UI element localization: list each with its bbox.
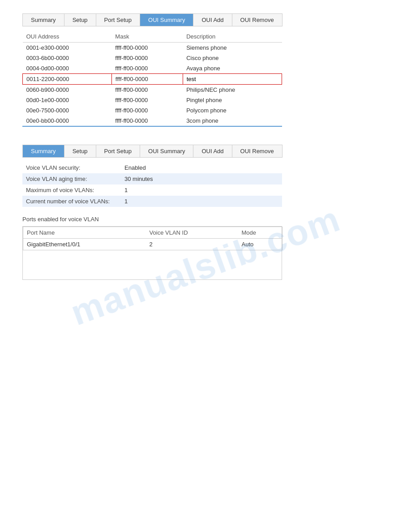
section-oui-summary: Summary Setup Port Setup OUI Summary OUI…: [9, 13, 402, 127]
oui-mask-cell: ffff-ff00-0000: [111, 74, 183, 85]
oui-description-cell[interactable]: [183, 74, 282, 85]
summary-value: 1: [121, 184, 282, 196]
summary-value: Enabled: [121, 162, 282, 173]
oui-mask-cell: ffff-ff00-0000: [111, 43, 183, 53]
summary-label: Voice VLAN security:: [22, 162, 121, 173]
oui-mask-cell: ffff-ff00-0000: [111, 95, 183, 105]
tab1-oui-add[interactable]: OUI Add: [193, 14, 232, 26]
oui-description-cell: Polycom phone: [183, 105, 282, 116]
tab1-oui-summary[interactable]: OUI Summary: [140, 14, 193, 26]
section-summary: Summary Setup Port Setup OUI Summary OUI…: [9, 145, 402, 280]
tab2-summary[interactable]: Summary: [23, 145, 64, 157]
col-vlan-id: Voice VLAN ID: [146, 227, 238, 239]
col-port-name: Port Name: [23, 227, 146, 239]
tab2-oui-add[interactable]: OUI Add: [193, 145, 232, 157]
oui-address-cell: 0011-2200-0000: [23, 74, 112, 85]
oui-description-cell: Cisco phone: [183, 53, 282, 63]
table-bottom-border: [22, 126, 282, 127]
col-mask: Mask: [111, 31, 183, 43]
oui-description-cell: Avaya phone: [183, 63, 282, 74]
col-description: Description: [183, 31, 282, 43]
oui-description-cell: Pingtel phone: [183, 95, 282, 105]
tab1-oui-remove[interactable]: OUI Remove: [232, 14, 282, 26]
ports-table: Port Name Voice VLAN ID Mode GigabitEthe…: [23, 227, 283, 250]
summary-value: 1: [121, 196, 282, 207]
port-name-cell: GigabitEthernet1/0/1: [23, 239, 146, 250]
summary-table: Voice VLAN security:EnabledVoice VLAN ag…: [22, 162, 282, 207]
summary-value: 30 minutes: [121, 173, 282, 184]
tab2-oui-summary[interactable]: OUI Summary: [140, 145, 193, 157]
tab-bar-2: Summary Setup Port Setup OUI Summary OUI…: [22, 145, 283, 158]
ports-title: Ports enabled for voice VLAN: [22, 216, 402, 223]
oui-mask-cell: ffff-ff00-0000: [111, 53, 183, 63]
oui-description-cell: Siemens phone: [183, 43, 282, 53]
tab1-port-setup[interactable]: Port Setup: [96, 14, 140, 26]
col-mode: Mode: [238, 227, 282, 239]
description-input[interactable]: [187, 76, 223, 82]
oui-address-cell: 00d0-1e00-0000: [23, 95, 112, 105]
vlan-id-cell: 2: [146, 239, 238, 250]
oui-description-cell: 3com phone: [183, 116, 282, 126]
summary-label: Current number of voice VLANs:: [22, 196, 121, 207]
oui-mask-cell: ffff-ff00-0000: [111, 63, 183, 74]
tab2-port-setup[interactable]: Port Setup: [96, 145, 140, 157]
oui-table: OUI Address Mask Description 0001-e300-0…: [22, 31, 282, 126]
tab2-setup[interactable]: Setup: [64, 145, 96, 157]
tab1-setup[interactable]: Setup: [64, 14, 96, 26]
tab2-oui-remove[interactable]: OUI Remove: [232, 145, 282, 157]
oui-address-cell: 0060-b900-0000: [23, 85, 112, 95]
oui-description-cell: Philips/NEC phone: [183, 85, 282, 95]
oui-address-cell: 0001-e300-0000: [23, 43, 112, 53]
oui-mask-cell: ffff-ff00-0000: [111, 85, 183, 95]
oui-mask-cell: ffff-ff00-0000: [111, 116, 183, 126]
oui-mask-cell: ffff-ff00-0000: [111, 105, 183, 116]
tab1-summary[interactable]: Summary: [23, 14, 64, 26]
mode-cell: Auto: [238, 239, 282, 250]
oui-address-cell: 00e0-7500-0000: [23, 105, 112, 116]
col-oui-address: OUI Address: [23, 31, 112, 43]
oui-address-cell: 0003-6b00-0000: [23, 53, 112, 63]
tab-bar-1: Summary Setup Port Setup OUI Summary OUI…: [22, 13, 283, 26]
summary-label: Voice VLAN aging time:: [22, 173, 121, 184]
oui-address-cell: 00e0-bb00-0000: [23, 116, 112, 126]
summary-label: Maximum of voice VLANs:: [22, 184, 121, 196]
oui-address-cell: 0004-0d00-0000: [23, 63, 112, 74]
ports-table-container: Port Name Voice VLAN ID Mode GigabitEthe…: [22, 226, 282, 280]
